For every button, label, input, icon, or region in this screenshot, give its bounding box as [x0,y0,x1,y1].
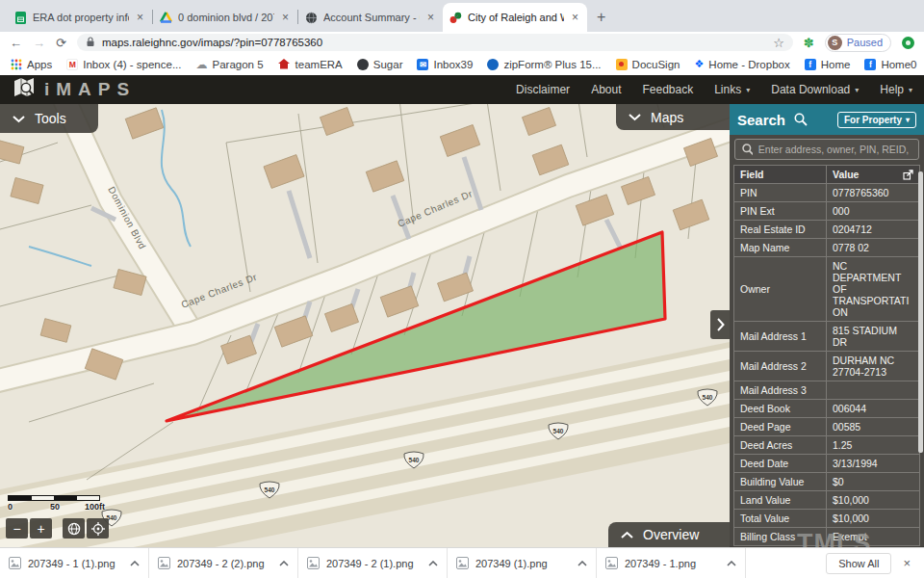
table-row: PIN0778765360 [734,184,920,202]
bookmark-dropbox[interactable]: ❖ Home - Dropbox [694,58,789,70]
table-row: Real Estate ID0204712 [734,221,920,239]
download-item[interactable]: 207349 (1).png [448,548,597,578]
table-row: PIN Ext000 [734,202,920,221]
menu-feedback[interactable]: Feedback [642,83,693,96]
map-canvas[interactable]: 540 540 540 540 540 Dominion Blvd Cape C… [0,104,730,547]
reload-button[interactable]: ⟳ [56,37,66,49]
maps-button[interactable]: Maps [616,104,730,130]
search-scope-dropdown[interactable]: For Property ▾ [837,112,916,128]
zoom-in-button[interactable]: + [30,518,52,539]
download-filename: 207349 - 2 (1).png [326,558,422,569]
table-header-row: Field Value [734,166,920,184]
zoom-out-button[interactable]: − [6,518,28,539]
tab-dominion-blvd[interactable]: 0 dominion blvd / 207349 - Goo × [153,3,297,32]
download-item[interactable]: 207349 - 2 (2).png [149,548,298,578]
menu-data-download[interactable]: Data Download▾ [771,83,859,96]
bookmark-paragon[interactable]: ☁ Paragon 5 [196,58,264,71]
menu-links[interactable]: Links▾ [714,83,750,96]
chevron-up-icon[interactable] [279,561,289,566]
chevron-up-icon[interactable] [578,561,587,566]
bookmark-gmail-inbox[interactable]: M Inbox (4) - spence... [66,59,181,70]
extension-icon[interactable]: ✽ [804,36,814,50]
tab-title: City of Raleigh and Wake Coun [468,12,564,23]
profile-paused-button[interactable]: S Paused [825,34,891,52]
forward-button[interactable]: → [33,37,45,49]
app-menu: Disclaimer About Feedback Links▾ Data Do… [516,83,912,96]
download-item[interactable]: 207349 - 2 (1).png [298,548,448,578]
bookmark-star-icon[interactable]: ☆ [773,36,784,50]
table-row: Deed Book006044 [734,400,920,418]
tab-imaps-active[interactable]: City of Raleigh and Wake Coun × [443,3,587,32]
search-row [730,135,924,162]
chevron-down-icon: ▾ [746,86,750,94]
new-tab-button[interactable]: + [597,9,605,26]
extension-green-icon[interactable] [902,37,914,49]
sync-status: Paused [847,37,883,48]
house-icon [278,58,291,70]
panel-scrollbar[interactable] [918,171,923,453]
bookmark-label: Home0 [881,59,916,70]
overview-button[interactable]: Overview [608,522,730,547]
table-row: Mail Address 3 [734,381,920,400]
chevron-up-icon[interactable] [130,561,140,566]
chevron-down-icon: ▾ [906,116,910,124]
chevron-down-icon [13,115,25,123]
locate-button[interactable] [87,518,109,539]
back-button[interactable]: ← [10,37,22,49]
svg-text:540: 540 [703,394,713,401]
table-row: OwnerNC DEPARTMENT OF TRANSPORTATION [734,257,920,322]
bookmark-label: Inbox (4) - spence... [83,59,181,70]
bookmark-facebook-home[interactable]: f Home [805,59,851,70]
attribute-table: Field Value PIN0778765360 PIN Ext000 Rea… [733,165,920,546]
imaps-favicon [449,12,462,24]
image-file-icon [9,557,21,569]
tab-era-property[interactable]: ERA dot property info - Google × [8,3,152,32]
bookmark-sugar[interactable]: Sugar [357,59,403,70]
image-file-icon [456,557,469,569]
bookmark-facebook-home0[interactable]: f Home0 [864,59,916,70]
navigation-bar: ← → ⟳ maps.raleighnc.gov/imaps/?pin=0778… [0,32,924,53]
address-bar[interactable]: maps.raleighnc.gov/imaps/?pin=0778765360… [77,34,793,51]
tab-account-summary[interactable]: Account Summary - 0204712 × [298,3,443,32]
bookmark-inbox39[interactable]: ✉ Inbox39 [417,59,473,70]
chevron-up-icon[interactable] [428,561,438,566]
tools-button[interactable]: Tools [0,104,98,133]
close-icon[interactable]: × [280,11,291,24]
close-icon[interactable]: × [570,11,580,24]
export-icon[interactable] [903,170,913,180]
close-icon[interactable]: × [425,11,436,24]
table-row: Mail Address 1815 STADIUM DR [734,322,920,352]
svg-text:540: 540 [409,457,420,463]
menu-help[interactable]: Help▾ [880,83,912,96]
search-header: Search For Property ▾ [730,104,924,135]
search-title: Search [737,112,785,128]
bookmark-zipform[interactable]: zipForm® Plus 15... [487,59,601,70]
download-filename: 207349 (1).png [475,558,571,569]
bookmark-teamera[interactable]: teamERA [278,58,343,70]
sheets-icon [14,12,27,24]
tab-title: Account Summary - 0204712 [323,12,420,23]
menu-disclaimer[interactable]: Disclaimer [516,83,570,96]
docusign-icon [616,59,628,70]
imaps-logo-icon [12,76,37,103]
chevron-down-icon: ▾ [855,86,859,94]
download-item[interactable]: 207349 - 1 (1).png [0,548,149,578]
browser-window: ERA dot property info - Google × 0 domin… [0,0,924,578]
globe-extent-button[interactable] [63,518,85,539]
bookmark-docusign[interactable]: DocuSign [616,59,680,70]
image-file-icon [158,557,170,569]
show-all-downloads-button[interactable]: Show All [826,553,891,574]
bookmark-apps[interactable]: Apps [10,58,52,70]
download-item[interactable]: 207349 - 1.png [597,548,746,578]
search-input[interactable] [758,144,911,155]
close-icon[interactable]: × [135,11,145,24]
dropbox-icon: ❖ [694,58,704,70]
zipform-icon [487,59,499,70]
menu-about[interactable]: About [591,83,621,96]
chevron-up-icon[interactable] [727,561,736,566]
close-icon[interactable]: × [903,556,911,570]
table-row: Land Value$10,000 [734,491,920,510]
panel-collapse-button[interactable] [710,310,730,339]
download-filename: 207349 - 2 (2).png [177,558,272,569]
lock-icon [86,37,95,49]
